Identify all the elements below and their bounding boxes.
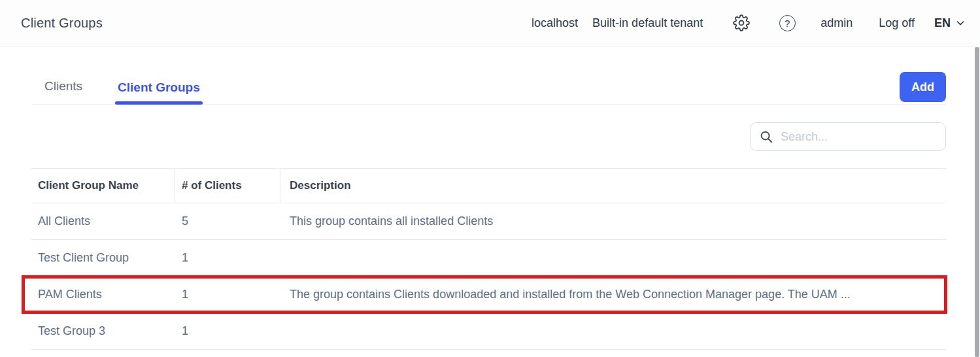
add-button[interactable]: Add [900,72,946,102]
search-box [750,122,946,151]
search-row [31,122,946,151]
table-row-test-group-3[interactable]: Test Group 3 1 [31,313,946,350]
tab-client-groups[interactable]: Client Groups [115,80,203,104]
table-row-all-clients[interactable]: All Clients 5 This group contains all in… [31,203,946,240]
language-label: EN [934,16,951,30]
scrollbar-track [975,47,979,357]
topbar-actions: localhost Built-in default tenant ? admi… [532,13,966,33]
cell-group-name: Test Client Group [31,251,175,265]
cell-client-count: 1 [175,324,280,338]
search-input[interactable] [750,122,946,151]
host-label: localhost [532,16,578,30]
table-row-test-client-group[interactable]: Test Client Group 1 [31,240,946,277]
table-row-pam-clients[interactable]: PAM Clients 1 The group contains Clients… [31,277,946,313]
tenant-label[interactable]: Built-in default tenant [592,16,703,30]
chevron-down-icon [955,18,966,28]
logoff-button[interactable]: Log off [879,16,915,30]
search-icon [759,129,773,144]
username-label: admin [820,16,853,30]
cell-group-name: Test Group 3 [31,324,175,338]
column-header-description: Description [280,169,946,203]
client-groups-table: Client Group Name # of Clients Descripti… [31,168,946,350]
topbar: Client Groups localhost Built-in default… [0,0,980,46]
settings-button[interactable] [732,13,751,33]
gear-icon [733,14,750,31]
cell-description: This group contains all installed Client… [280,214,946,228]
cell-client-count: 1 [175,288,280,301]
help-icon: ? [779,15,796,31]
scrollbar-thumb[interactable] [975,47,979,357]
tab-bar: Clients Client Groups [31,71,222,104]
table-header-row: Client Group Name # of Clients Descripti… [31,168,946,203]
cell-client-count: 5 [175,214,280,228]
column-header-num-clients: # of Clients [175,169,280,203]
tabs-row: Clients Client Groups Add [31,71,946,105]
page-title: Client Groups [21,16,103,31]
content-area: Clients Client Groups Add Client Group N… [0,71,980,350]
language-selector[interactable]: EN [934,16,966,30]
cell-group-name: PAM Clients [31,288,175,301]
cell-group-name: All Clients [31,214,175,228]
cell-description: The group contains Clients downloaded an… [280,288,946,301]
help-button[interactable]: ? [777,13,797,33]
cell-client-count: 1 [175,251,280,265]
column-header-client-group-name: Client Group Name [31,169,175,203]
tab-clients[interactable]: Clients [42,79,85,104]
